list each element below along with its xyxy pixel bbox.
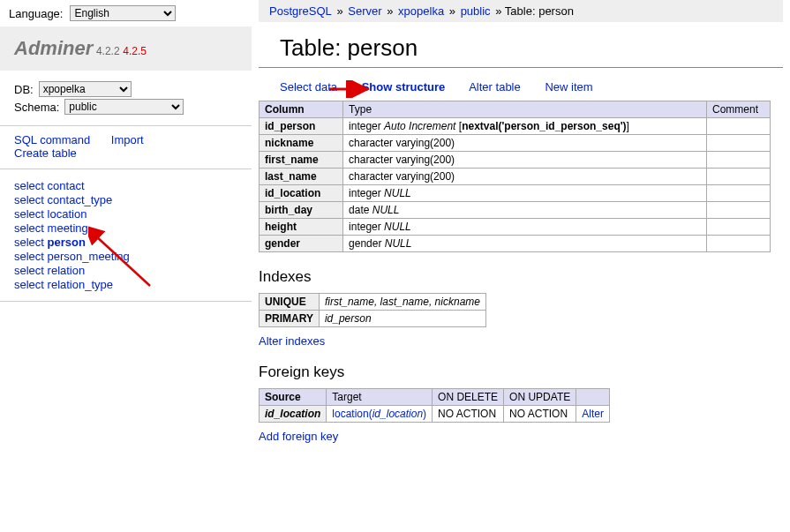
- breadcrumb-current: Table: person: [505, 4, 574, 18]
- select-data-link[interactable]: Select data: [280, 80, 337, 94]
- col-header-comment: Comment: [707, 101, 771, 118]
- fk-alter-link[interactable]: Alter: [582, 408, 604, 420]
- structure-table: Column Type Comment id_personinteger Aut…: [259, 101, 771, 252]
- page-title: Table: person: [280, 34, 783, 62]
- db-select[interactable]: xpopelka: [39, 81, 132, 97]
- table-link-person[interactable]: select person: [14, 236, 86, 249]
- table-row: PRIMARYid_person: [260, 311, 486, 327]
- schema-select[interactable]: public: [64, 99, 184, 115]
- table-link-contact[interactable]: select contact: [14, 179, 85, 192]
- table-row: gendergender NULL: [260, 236, 771, 252]
- col-header-type: Type: [343, 101, 707, 118]
- table-row: first_namecharacter varying(200): [260, 152, 771, 169]
- brand-box: Adminer 4.2.2 4.2.5: [0, 26, 252, 71]
- schema-label: Schema:: [14, 101, 59, 114]
- fk-header-ondelete: ON DELETE: [433, 389, 504, 406]
- table-row: id_personinteger Auto Increment [nextval…: [260, 118, 771, 135]
- table-row: heightinteger NULL: [260, 219, 771, 236]
- language-bar: Language: English: [0, 0, 252, 26]
- fk-heading: Foreign keys: [259, 363, 783, 381]
- create-table-link[interactable]: Create table: [14, 146, 77, 160]
- table-link-person_meeting[interactable]: select person_meeting: [14, 250, 130, 263]
- indexes-heading: Indexes: [259, 268, 783, 286]
- tables-list: select contactselect contact_typeselect …: [0, 169, 252, 302]
- import-link[interactable]: Import: [111, 133, 144, 146]
- table-row: id_locationinteger NULL: [260, 185, 771, 202]
- db-block: DB: xpopelka Schema: public: [0, 78, 252, 126]
- actions-bar: Select data Show structure Alter table N…: [280, 80, 783, 94]
- fk-header-source: Source: [260, 389, 327, 406]
- alter-indexes-link[interactable]: Alter indexes: [259, 334, 325, 348]
- table-row: id_locationlocation(id_location)NO ACTIO…: [260, 406, 610, 423]
- indexes-table: UNIQUEfirst_name, last_name, nicknamePRI…: [259, 293, 486, 327]
- fk-header-onupdate: ON UPDATE: [504, 389, 576, 406]
- new-item-link[interactable]: New item: [545, 80, 592, 94]
- brand-name: Adminer: [14, 37, 93, 59]
- breadcrumb-db[interactable]: xpopelka: [398, 4, 444, 18]
- sql-command-link[interactable]: SQL command: [14, 133, 90, 146]
- fk-table: Source Target ON DELETE ON UPDATE id_loc…: [259, 388, 610, 423]
- breadcrumb: PostgreSQL » Server » xpopelka » public …: [259, 0, 783, 22]
- table-link-contact_type[interactable]: select contact_type: [14, 193, 112, 206]
- table-link-meeting[interactable]: select meeting: [14, 221, 88, 235]
- brand-version: 4.2.2: [96, 45, 120, 57]
- table-row: last_namecharacter varying(200): [260, 169, 771, 185]
- brand-latest-link[interactable]: 4.2.5: [123, 45, 147, 57]
- alter-table-link[interactable]: Alter table: [469, 80, 521, 94]
- language-label: Language:: [9, 7, 63, 20]
- table-row: nicknamecharacter varying(200): [260, 135, 771, 152]
- table-row: UNIQUEfirst_name, last_name, nickname: [260, 294, 486, 311]
- breadcrumb-schema[interactable]: public: [461, 4, 491, 18]
- col-header-column: Column: [260, 101, 343, 118]
- main: PostgreSQL » Server » xpopelka » public …: [252, 0, 790, 452]
- table-link-relation_type[interactable]: select relation_type: [14, 278, 113, 291]
- sidebar: Language: English Adminer 4.2.2 4.2.5 DB…: [0, 0, 252, 452]
- fk-target-link[interactable]: location(id_location): [332, 408, 426, 420]
- table-row: birth_daydate NULL: [260, 202, 771, 219]
- commands-block: SQL command Import Create table: [0, 126, 252, 169]
- add-fk-link[interactable]: Add foreign key: [259, 430, 338, 443]
- fk-header-target: Target: [327, 389, 433, 406]
- breadcrumb-postgresql[interactable]: PostgreSQL: [269, 4, 332, 18]
- db-label: DB:: [14, 83, 34, 96]
- language-select[interactable]: English: [70, 5, 176, 21]
- table-link-location[interactable]: select location: [14, 207, 87, 221]
- breadcrumb-server[interactable]: Server: [348, 4, 381, 18]
- show-structure-link[interactable]: Show structure: [362, 80, 446, 94]
- fk-header-blank: [576, 389, 610, 406]
- table-link-relation[interactable]: select relation: [14, 264, 85, 277]
